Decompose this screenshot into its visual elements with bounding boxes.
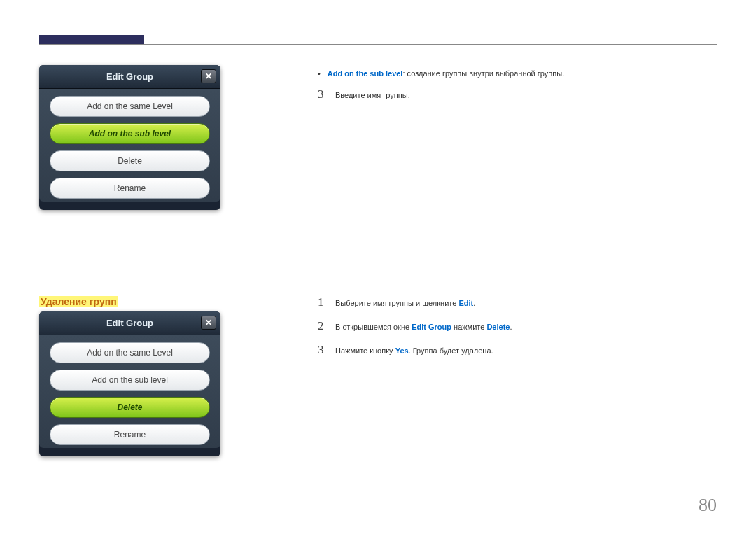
menu-item[interactable]: Delete [50,150,210,171]
step-text: Выберите имя группы и щелкните Edit. [335,297,475,309]
step-text: В открывшемся окне Edit Group нажмите De… [335,321,512,333]
body-text: Введите имя группы. [335,91,410,99]
highlighted-term: Add on the sub level [328,69,403,78]
content-block-bottom: 1Выберите имя группы и щелкните Edit.2В … [318,295,714,367]
body-text: В открывшемся окне [335,323,412,331]
menu-item[interactable]: Rename [50,178,210,199]
close-button[interactable]: ✕ [201,316,216,330]
step-number: 1 [318,295,325,309]
header-accent-bar [39,35,144,44]
highlighted-term: Delete [486,323,510,331]
bullet-text: Add on the sub level: создание группы вн… [328,69,564,79]
dialog-titlebar: Edit Group ✕ [39,65,220,89]
dialog-title: Edit Group [106,318,153,328]
body-text: . Группа будет удалена. [409,346,493,355]
page-number: 80 [699,495,717,516]
header-divider [39,44,717,45]
body-text: нажмите [451,323,486,331]
highlighted-term: Edit [458,299,473,307]
body-text: . [473,299,475,307]
close-button[interactable]: ✕ [201,69,216,83]
bullet-icon: • [318,69,321,79]
body-text: Нажмите кнопку [335,346,396,355]
bullet-item: •Add on the sub level: создание группы в… [318,69,714,79]
edit-group-dialog-1: Edit Group ✕ Add on the same LevelAdd on… [39,65,220,210]
menu-item[interactable]: Add on the sub level [50,370,210,391]
dialog-titlebar: Edit Group ✕ [39,311,220,335]
step-number: 3 [318,343,325,357]
close-icon: ✕ [205,318,212,328]
body-text: : создание группы внутри выбранной групп… [402,69,564,78]
step-text: Введите имя группы. [335,90,410,101]
highlighted-term: Yes [396,346,409,355]
dialog-body: Add on the same LevelAdd on the sub leve… [39,335,220,448]
body-text: . [510,323,512,331]
edit-group-dialog-2: Edit Group ✕ Add on the same LevelAdd on… [39,311,220,456]
dialog-body: Add on the same LevelAdd on the sub leve… [39,89,220,202]
step-item: 2В открывшемся окне Edit Group нажмите D… [318,319,714,333]
step-item: 3Введите имя группы. [318,87,714,101]
step-item: 3Нажмите кнопку Yes. Группа будет удален… [318,343,714,357]
menu-item[interactable]: Add on the same Level [50,342,210,363]
close-icon: ✕ [205,71,212,81]
content-block-top: •Add on the sub level: создание группы в… [318,69,714,111]
body-text: Выберите имя группы и щелкните [335,299,458,307]
menu-item[interactable]: Delete [50,397,210,418]
highlighted-term: Edit Group [412,323,451,331]
section-heading: Удаление групп [39,296,118,307]
menu-item[interactable]: Rename [50,424,210,445]
step-number: 3 [318,87,325,101]
step-number: 2 [318,319,325,333]
menu-item[interactable]: Add on the sub level [50,123,210,144]
menu-item[interactable]: Add on the same Level [50,96,210,117]
dialog-title: Edit Group [106,71,153,82]
step-item: 1Выберите имя группы и щелкните Edit. [318,295,714,309]
step-text: Нажмите кнопку Yes. Группа будет удалена… [335,345,493,357]
